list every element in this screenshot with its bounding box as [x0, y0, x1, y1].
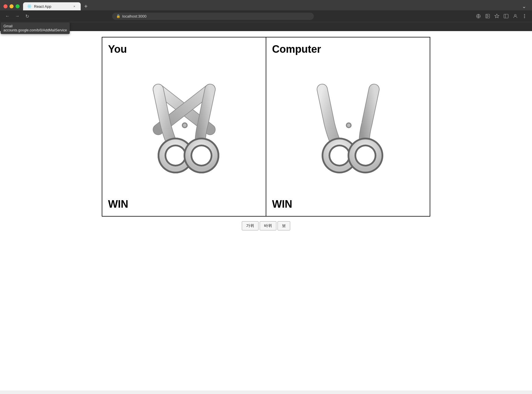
- close-window-button[interactable]: [3, 4, 7, 8]
- profile-icon[interactable]: [511, 12, 519, 20]
- svg-point-31: [192, 146, 211, 165]
- computer-panel: Computer: [266, 37, 430, 216]
- game-container: You: [102, 37, 430, 217]
- active-tab[interactable]: React App ×: [23, 2, 81, 10]
- menu-icon[interactable]: [520, 12, 529, 20]
- refresh-button[interactable]: ↻: [23, 12, 31, 20]
- paper-button[interactable]: 보: [278, 221, 290, 230]
- nav-bar: ← → ↻ 🔒 localhost:3000: [0, 10, 532, 22]
- svg-rect-6: [504, 14, 508, 18]
- tooltip-line2: accounts.google.com/b/0/AddMailService: [3, 28, 67, 32]
- svg-point-11: [524, 17, 525, 18]
- bookmark-star-icon[interactable]: [493, 12, 501, 20]
- player-choice-image: [108, 58, 260, 195]
- svg-point-10: [524, 16, 525, 16]
- scissors-button[interactable]: 가위: [242, 221, 259, 230]
- browser-chrome: React App × + ⌄ ← → ↻ 🔒 localhost:3000: [0, 0, 532, 31]
- svg-point-33: [183, 124, 186, 127]
- tab-bar: React App × +: [23, 2, 520, 10]
- forward-button[interactable]: →: [13, 12, 21, 20]
- computer-scissors-icon: [305, 72, 391, 181]
- maximize-window-button[interactable]: [16, 4, 20, 8]
- bookmarks-bar: Gmail YouTube 지도: [0, 22, 532, 31]
- svg-point-0: [29, 6, 30, 7]
- main-content: You: [0, 31, 532, 391]
- tab-close-button[interactable]: ×: [72, 4, 77, 9]
- react-tab-icon: [27, 4, 32, 9]
- computer-result: WIN: [272, 198, 424, 210]
- tab-title: React App: [34, 4, 70, 9]
- rock-button[interactable]: 바위: [260, 221, 276, 230]
- new-tab-button[interactable]: +: [82, 2, 90, 10]
- nav-actions: [474, 12, 529, 20]
- player-result: WIN: [108, 198, 260, 210]
- tooltip-line1: Gmail: [3, 24, 67, 28]
- player-title: You: [108, 43, 260, 55]
- svg-point-41: [356, 146, 375, 165]
- minimize-window-button[interactable]: [10, 4, 14, 8]
- svg-point-37: [330, 146, 349, 165]
- share-icon[interactable]: [484, 12, 492, 20]
- back-button[interactable]: ←: [3, 12, 12, 20]
- svg-point-27: [166, 146, 185, 165]
- tooltip: Gmail accounts.google.com/b/0/AddMailSer…: [1, 22, 70, 34]
- computer-title: Computer: [272, 43, 424, 55]
- svg-point-8: [514, 14, 516, 16]
- address-bar[interactable]: 🔒 localhost:3000: [112, 13, 314, 20]
- window-controls-right[interactable]: ⌄: [520, 3, 529, 10]
- buttons-row: 가위 바위 보: [6, 221, 526, 230]
- player-panel: You: [102, 37, 266, 216]
- traffic-lights: [3, 4, 20, 8]
- translate-icon[interactable]: [474, 12, 482, 20]
- svg-point-43: [347, 124, 350, 127]
- player-scissors-icon: [141, 72, 227, 181]
- sidebar-icon[interactable]: [502, 12, 510, 20]
- title-bar: React App × + ⌄: [0, 0, 532, 10]
- url-text: localhost:3000: [122, 14, 310, 18]
- computer-choice-image: [272, 58, 424, 195]
- svg-rect-5: [486, 14, 490, 18]
- lock-icon: 🔒: [116, 14, 120, 18]
- svg-point-9: [524, 14, 525, 15]
